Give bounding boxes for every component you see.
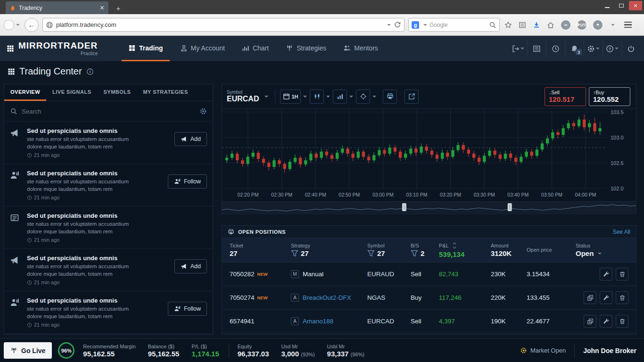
column-header-status[interactable]: StatusOpen <box>576 243 628 257</box>
tab-symbols[interactable]: SYMBOLS <box>98 84 137 101</box>
minimize-button[interactable] <box>601 1 614 10</box>
tab-close-icon[interactable]: ✕ <box>99 4 105 11</box>
notifications-bell-icon[interactable]: 3 <box>565 41 584 57</box>
reload-icon[interactable] <box>394 21 401 29</box>
power-icon[interactable] <box>621 41 640 57</box>
extension-icon[interactable]: �univ <box>577 20 586 30</box>
positions-overlay-button[interactable] <box>383 90 397 104</box>
chart-type-button[interactable] <box>310 90 324 104</box>
filter-funnel-icon[interactable] <box>411 250 418 257</box>
follow-button[interactable]: Follow <box>168 302 207 316</box>
nav-item-chart[interactable]: Chart <box>235 36 275 61</box>
sell-button[interactable]: ↓Sell 120.517 <box>545 87 586 106</box>
chevron-down-icon[interactable] <box>372 96 376 98</box>
url-input[interactable] <box>56 21 382 28</box>
search-bar[interactable]: g Google <box>408 18 500 32</box>
add-button[interactable]: Add <box>174 259 207 273</box>
chart-navigator[interactable] <box>222 201 636 213</box>
chevron-down-icon[interactable] <box>611 24 615 26</box>
column-header-strategy[interactable]: Strategy27 <box>291 243 367 257</box>
url-bar[interactable] <box>42 18 405 32</box>
maximize-button[interactable] <box>615 1 628 10</box>
edit-button[interactable] <box>600 315 612 328</box>
new-tab-button[interactable]: + <box>112 4 124 13</box>
close-button[interactable]: ✕ <box>629 1 642 10</box>
chevron-down-icon[interactable] <box>387 24 391 26</box>
filter-funnel-icon[interactable] <box>367 250 375 257</box>
column-header-symbol[interactable]: Symbol27 <box>367 243 411 257</box>
nav-item-trading[interactable]: Trading <box>122 36 170 61</box>
browser-tab[interactable]: Tradency ✕ <box>6 1 108 14</box>
reports-icon[interactable] <box>527 41 546 57</box>
nav-item-my-account[interactable]: My Account <box>173 36 231 61</box>
expand-chart-button[interactable] <box>405 90 419 104</box>
menu-icon[interactable] <box>624 22 632 28</box>
downloads-icon[interactable] <box>533 21 540 29</box>
symbol-selector[interactable]: Symbol EURCAD <box>227 90 275 103</box>
back-button[interactable]: ← <box>25 18 39 32</box>
signal-card[interactable]: Sed ut perspiciatis unde omnis ste natus… <box>4 249 213 291</box>
strategy-name[interactable]: BreackOut2-DFX <box>303 294 351 301</box>
history-clock-icon[interactable] <box>546 41 565 57</box>
tab-groups-icon[interactable] <box>4 20 14 30</box>
edit-button[interactable] <box>600 268 612 280</box>
bookmark-star-icon[interactable] <box>504 21 512 29</box>
chevron-down-icon[interactable] <box>598 253 602 255</box>
help-icon[interactable]: ? <box>603 41 621 57</box>
buy-button[interactable]: ↑Buy 120.552 <box>589 87 630 106</box>
filter-funnel-icon[interactable] <box>291 250 298 257</box>
table-row[interactable]: 6574941 AAmano188 EURCAD Sell 4,397 190K… <box>222 310 636 333</box>
column-header-p-l[interactable]: P&L539,134 <box>439 242 491 258</box>
y-axis-label: 103.5 <box>611 109 624 115</box>
extension-icon[interactable]: ∞ <box>561 20 570 30</box>
timeframe-button[interactable]: 1H <box>280 90 301 104</box>
search-icon[interactable] <box>489 21 496 29</box>
delete-button[interactable] <box>616 291 628 304</box>
signal-card[interactable]: Sed ut perspiciatis unde omnis ste natus… <box>4 164 213 206</box>
symbol-cell[interactable]: EURCAD <box>367 318 411 325</box>
see-all-link[interactable]: See All <box>613 229 630 235</box>
list-settings-gear-icon[interactable] <box>199 107 207 115</box>
nav-item-mentors[interactable]: Mentors <box>337 36 385 61</box>
edit-button[interactable] <box>600 291 612 304</box>
nav-item-strategies[interactable]: Strategies <box>279 36 333 61</box>
symbol-cell[interactable]: NGAS <box>367 294 411 301</box>
delete-button[interactable] <box>616 268 628 280</box>
column-header-b-s[interactable]: B/S2 <box>411 243 439 257</box>
copy-button[interactable] <box>584 291 596 304</box>
chevron-down-icon[interactable] <box>423 24 427 26</box>
chevron-down-icon[interactable] <box>326 96 330 98</box>
signal-card[interactable]: Sed ut perspiciatis unde omnis ste natus… <box>4 291 213 334</box>
home-icon[interactable] <box>547 21 554 29</box>
search-input[interactable] <box>22 108 195 115</box>
follow-button[interactable]: Follow <box>168 174 207 189</box>
tab-my-strategies[interactable]: MY STRATEGIES <box>137 84 194 101</box>
mirrortrader-logo[interactable]: MIRRORTRADER Practice <box>0 36 122 61</box>
go-live-button[interactable]: Go Live <box>4 342 52 359</box>
sort-icon[interactable] <box>451 242 458 249</box>
info-icon[interactable]: i <box>86 68 94 75</box>
tab-overview[interactable]: OVERVIEW <box>4 84 46 101</box>
settings-gear-icon[interactable] <box>584 41 603 57</box>
google-engine-icon[interactable]: g <box>412 21 419 29</box>
bookmarks-panel-icon[interactable] <box>519 21 526 29</box>
delete-button[interactable] <box>616 315 628 328</box>
chevron-down-icon[interactable] <box>349 96 353 98</box>
extension-icon[interactable]: ✦ <box>593 20 603 30</box>
strategy-name[interactable]: Amano188 <box>303 318 333 325</box>
copy-button[interactable] <box>584 315 596 328</box>
add-button[interactable]: Add <box>174 132 207 146</box>
table-row[interactable]: 7050274NEW ABreackOut2-DFX NGAS Buy 117,… <box>222 286 636 310</box>
table-row[interactable]: 7050282NEW MManual EURAUD Sell 82,743 23… <box>222 263 636 286</box>
logout-icon[interactable] <box>508 41 527 57</box>
broker-name[interactable]: John Doe Broker <box>583 347 636 354</box>
indicators-button[interactable] <box>333 90 347 104</box>
signal-card[interactable]: Sed ut perspiciatis unde omnis ste natus… <box>4 122 213 164</box>
signal-card[interactable]: Sed ut perspiciatis unde omnis ste natus… <box>4 206 213 249</box>
candlestick-chart[interactable]: 103.5103.0102.5102.002:20 PM02:30 PM02:4… <box>222 109 636 201</box>
tab-live-signals[interactable]: LIVE SIGNALS <box>46 84 97 101</box>
crosshair-button[interactable] <box>356 90 370 104</box>
chevron-down-icon[interactable] <box>303 96 307 98</box>
megaphone-icon <box>10 255 22 291</box>
chevron-down-icon[interactable] <box>16 24 20 26</box>
